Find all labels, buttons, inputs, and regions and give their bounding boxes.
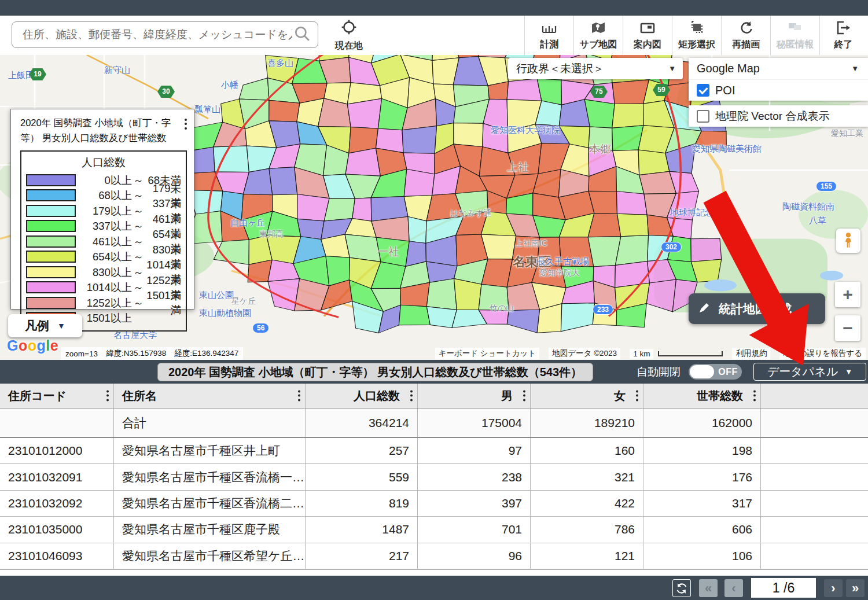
- col-header-male[interactable]: 男: [418, 384, 531, 408]
- legend-value-header: 人口総数: [26, 155, 181, 170]
- zoom-level: zoom=13: [65, 349, 98, 358]
- table-row[interactable]: 23101012000 愛知県名古屋市千種区井上町 257 97 160 198: [0, 438, 868, 464]
- poi-toggle-row[interactable]: POI: [689, 79, 868, 101]
- total-label-cell: 合計: [114, 408, 306, 437]
- legend-class-row: 1252以上 ～ 1501未満: [26, 295, 181, 311]
- table-body: 23101012000 愛知県名古屋市千種区井上町 257 97 160 198…: [0, 438, 868, 569]
- column-menu-icon[interactable]: [410, 389, 413, 403]
- gsi-vector-toggle-row[interactable]: 地理院 Vector 合成表示: [689, 105, 868, 127]
- legend-toggle-button[interactable]: 凡例 ▼: [8, 314, 82, 337]
- table-row[interactable]: 23101046093 愛知県名古屋市千種区希望ケ丘… 217 96 121 1…: [0, 543, 868, 569]
- cell-female: 321: [531, 464, 643, 489]
- next-page-button[interactable]: ›: [824, 579, 843, 597]
- cell-population: 1487: [306, 517, 418, 542]
- longitude: 経度:E136.942347: [174, 348, 238, 359]
- cell-households: 606: [643, 517, 761, 542]
- total-male: 175004: [418, 408, 531, 437]
- current-location-button[interactable]: 現在地: [328, 17, 370, 54]
- submap-icon: [590, 20, 606, 38]
- ruler-icon: [541, 20, 557, 38]
- map-canvas[interactable]: 上飯田新守山小幡喜多山瓢箪山自由ヶ丘東邦高平和公園猫洞通線東山公園星ケ丘東山動植…: [0, 55, 868, 360]
- map-data-credit: 地図データ ©2023: [549, 348, 620, 359]
- column-menu-icon[interactable]: [636, 389, 638, 403]
- cell-population: 819: [306, 491, 418, 516]
- confidential-icon: [787, 20, 803, 38]
- legend-menu-icon[interactable]: [185, 117, 187, 131]
- chevron-down-icon: ▼: [845, 367, 852, 376]
- admin-boundary-dropdown[interactable]: 行政界＜未選択＞ ▼: [508, 58, 683, 79]
- redraw-button[interactable]: 再描画: [721, 16, 770, 55]
- google-logo: Google: [7, 337, 58, 354]
- tool-button-group: 計測 サブ地図 案内図 矩形選択 再描画 秘匿情報: [524, 16, 868, 55]
- guide-map-button[interactable]: 案内図: [623, 16, 672, 55]
- poi-checkbox[interactable]: [697, 84, 709, 97]
- legend-color-swatch: [26, 235, 76, 248]
- cell-female: 786: [531, 517, 643, 542]
- submap-button[interactable]: サブ地図: [573, 16, 623, 55]
- rect-select-button[interactable]: 矩形選択: [672, 16, 721, 55]
- partial-row-edge: [0, 569, 868, 575]
- search-input[interactable]: [21, 28, 293, 42]
- table-row[interactable]: 23101035000 愛知県名古屋市千種区鹿子殿 1487 701 786 6…: [0, 517, 868, 543]
- pegman-streetview-control[interactable]: [836, 229, 860, 253]
- prev-page-button[interactable]: ‹: [724, 579, 743, 597]
- legend-panel: 2020年 国勢調査 小地域（町丁・字等） 男女別人口総数及び世帯総数 人口総数…: [10, 109, 194, 310]
- exit-button[interactable]: 終了: [819, 16, 867, 55]
- legend-color-swatch: [26, 189, 76, 201]
- create-stat-map-button[interactable]: 統計地図作成: [689, 293, 825, 324]
- search-box[interactable]: [12, 21, 318, 48]
- cell-address-name: 愛知県名古屋市千種区井上町: [114, 438, 306, 463]
- table-row[interactable]: 23101032091 愛知県名古屋市千種区香流橋一… 559 238 321 …: [0, 464, 868, 490]
- column-menu-icon[interactable]: [106, 389, 109, 403]
- cell-address-code: 23101012000: [0, 438, 114, 463]
- table-total-row: 合計 364214 175004 189210 162000: [0, 408, 868, 438]
- choropleth-polygons: [185, 55, 730, 333]
- data-table: 住所コード 住所名 人口総数 男 女 世帯総数 合計 364214 175004…: [0, 384, 868, 576]
- scale-bar: [658, 351, 723, 356]
- cell-address-name: 愛知県名古屋市千種区希望ケ丘…: [114, 543, 306, 569]
- column-menu-icon[interactable]: [298, 389, 300, 403]
- report-error-link[interactable]: 地図の誤りを報告する: [779, 348, 866, 359]
- cell-address-code: 23101032092: [0, 491, 114, 516]
- gsi-vector-checkbox[interactable]: [697, 110, 709, 123]
- exit-icon: [836, 20, 852, 38]
- first-page-icon: «: [705, 581, 712, 596]
- cell-male: 96: [418, 543, 531, 569]
- col-header-population[interactable]: 人口総数: [306, 384, 418, 408]
- cell-households: 106: [643, 543, 761, 569]
- refresh-icon: [675, 582, 688, 595]
- cell-address-name: 愛知県名古屋市千種区鹿子殿: [114, 517, 306, 542]
- col-header-address-code[interactable]: 住所コード: [0, 384, 114, 408]
- legend-color-swatch: [26, 297, 76, 309]
- zoom-in-button[interactable]: +: [835, 282, 860, 307]
- basemap-dropdown[interactable]: Google Map ▼: [689, 58, 868, 79]
- last-page-button[interactable]: »: [846, 579, 865, 597]
- table-header-row: 住所コード 住所名 人口総数 男 女 世帯総数: [0, 384, 868, 408]
- cell-households: 198: [643, 438, 761, 463]
- auto-open-close-toggle[interactable]: OFF: [689, 364, 742, 380]
- table-row[interactable]: 23101032092 愛知県名古屋市千種区香流橋二… 819 397 422 …: [0, 491, 868, 517]
- column-menu-icon[interactable]: [523, 389, 525, 403]
- legend-color-swatch: [26, 205, 76, 217]
- keyboard-shortcuts-link[interactable]: キーボード ショートカット: [435, 348, 540, 359]
- window-chrome-bar: [0, 0, 868, 16]
- latitude: 緯度:N35.157938: [106, 348, 166, 359]
- table-refresh-button[interactable]: [672, 579, 691, 597]
- first-page-button[interactable]: «: [699, 579, 718, 597]
- pegman-icon: [841, 232, 856, 249]
- page-indicator[interactable]: 1 /6: [751, 578, 816, 598]
- col-header-female[interactable]: 女: [531, 384, 643, 408]
- cell-address-code: 23101035000: [0, 517, 114, 542]
- col-header-households[interactable]: 世帯総数: [643, 384, 761, 408]
- cell-male: 397: [418, 491, 531, 516]
- column-menu-icon[interactable]: [753, 389, 756, 403]
- legend-color-swatch: [26, 281, 76, 293]
- zoom-out-button[interactable]: −: [835, 315, 860, 341]
- measure-button[interactable]: 計測: [524, 16, 573, 55]
- pagination-bar: « ‹ 1 /6 › »: [0, 576, 868, 600]
- search-icon[interactable]: [293, 25, 311, 45]
- total-population: 364214: [306, 408, 418, 437]
- col-header-address-name[interactable]: 住所名: [114, 384, 306, 408]
- terms-link[interactable]: 利用規約: [732, 348, 770, 359]
- data-panel-button[interactable]: データパネル ▼: [753, 363, 866, 381]
